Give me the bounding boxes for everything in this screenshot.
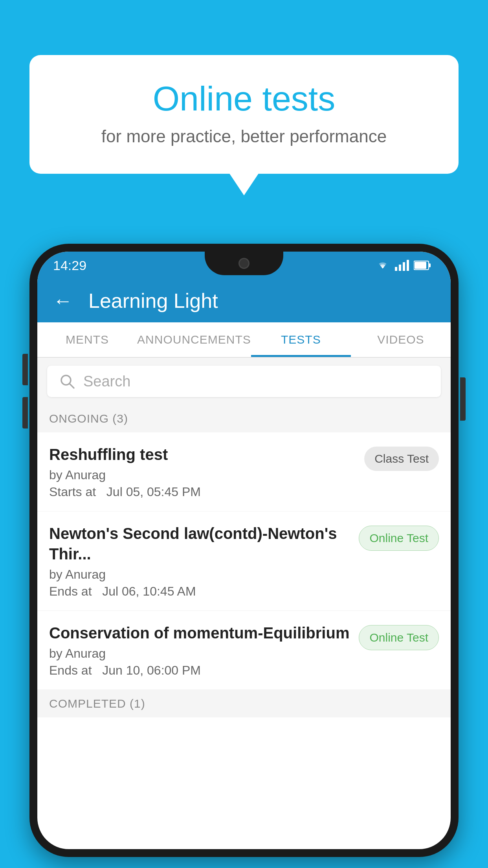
speech-bubble: Online tests for more practice, better p… [29,55,459,174]
test-info: Conservation of momentum-Equilibrium by … [49,623,351,678]
test-date: Starts at Jul 05, 05:45 PM [49,485,356,499]
phone-notch [205,252,283,275]
test-info: Reshuffling test by Anurag Starts at Jul… [49,444,356,499]
test-info: Newton's Second law(contd)-Newton's Thir… [49,523,351,599]
svg-rect-1 [399,265,401,271]
wifi-icon [375,260,390,271]
status-time: 14:29 [53,258,86,273]
bubble-subtitle: for more practice, better performance [61,127,427,146]
search-placeholder: Search [83,373,130,390]
test-author: by Anurag [49,468,356,482]
status-icons [375,260,431,271]
test-badge-online: Online Test [359,526,439,551]
test-item[interactable]: Newton's Second law(contd)-Newton's Thir… [37,511,451,611]
svg-rect-6 [429,263,431,267]
search-input[interactable]: Search [47,366,441,397]
search-icon [59,373,75,390]
tab-videos[interactable]: VIDEOS [351,322,451,357]
tabs-bar: MENTS ANNOUNCEMENTS TESTS VIDEOS [37,322,451,358]
app-bar: ← Learning Light [37,279,451,322]
bubble-title: Online tests [61,79,427,119]
battery-icon [414,260,431,270]
svg-rect-5 [415,262,426,269]
test-date: Ends at Jul 06, 10:45 AM [49,584,351,599]
ongoing-label: ONGOING (3) [49,412,128,425]
test-item[interactable]: Conservation of momentum-Equilibrium by … [37,611,451,690]
test-author: by Anurag [49,567,351,582]
phone-frame: 14:29 [29,244,459,857]
svg-line-8 [70,384,74,388]
phone-screen: 14:29 [37,252,451,849]
completed-section-header: COMPLETED (1) [37,690,451,717]
search-container: Search [37,358,451,405]
power-button[interactable] [460,377,466,421]
phone-wrapper: 14:29 [29,244,459,868]
test-item[interactable]: Reshuffling test by Anurag Starts at Jul… [37,432,451,511]
volume-down-button[interactable] [22,397,28,428]
test-date: Ends at Jun 10, 06:00 PM [49,663,351,678]
svg-rect-2 [403,262,405,271]
signal-icon [395,260,409,271]
ongoing-section-header: ONGOING (3) [37,405,451,432]
back-button[interactable]: ← [53,289,73,312]
completed-label: COMPLETED (1) [49,697,145,710]
test-badge-online: Online Test [359,625,439,650]
front-camera [238,258,250,269]
svg-rect-3 [407,260,409,271]
volume-up-button[interactable] [22,354,28,385]
tab-tests[interactable]: TESTS [251,322,351,357]
app-title: Learning Light [88,289,218,313]
tab-ments[interactable]: MENTS [37,322,137,357]
test-name: Newton's Second law(contd)-Newton's Thir… [49,523,351,564]
test-name: Reshuffling test [49,444,356,465]
test-author: by Anurag [49,646,351,661]
tab-announcements[interactable]: ANNOUNCEMENTS [137,322,251,357]
test-badge-class: Class Test [364,447,439,471]
test-name: Conservation of momentum-Equilibrium [49,623,351,643]
svg-rect-0 [395,267,397,271]
